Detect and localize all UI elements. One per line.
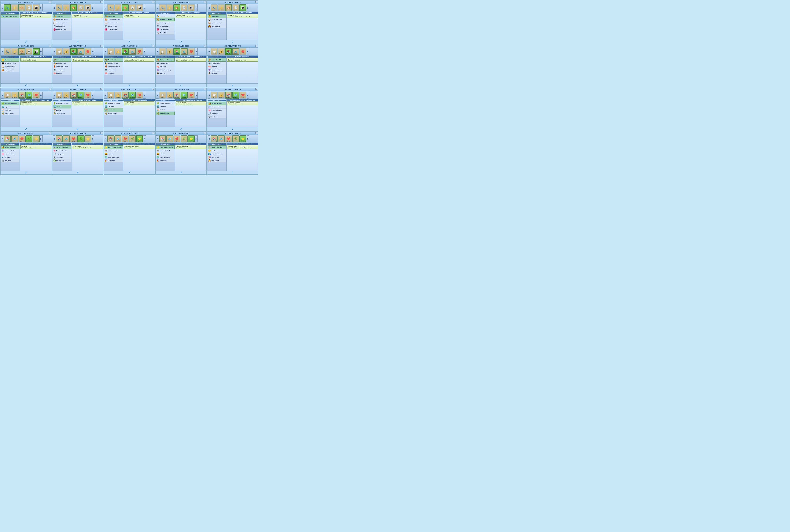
- aspiration-item[interactable]: 🌵StrangerVille Mystery: [53, 102, 71, 105]
- tab-knowledge[interactable]: 📚Knowledge: [173, 48, 180, 55]
- tab-creativity[interactable]: 🎨Creativity: [122, 4, 129, 11]
- aspiration-item[interactable]: 🏙️City Native: [156, 105, 174, 108]
- close-button[interactable]: ×: [256, 132, 258, 134]
- panel-check-mark[interactable]: ✓: [52, 127, 103, 131]
- nav-right-arrow[interactable]: ▶: [40, 92, 43, 99]
- aspiration-item[interactable]: 🌴Jungle Explorer: [156, 112, 174, 115]
- nav-left-arrow[interactable]: ◀: [104, 92, 107, 99]
- aspiration-item[interactable]: 🎉Party Animal: [156, 159, 174, 162]
- tab-love[interactable]: ❤️Love: [239, 92, 246, 99]
- nav-left-arrow[interactable]: ◀: [156, 92, 159, 99]
- nav-left-arrow[interactable]: ◀: [208, 4, 210, 11]
- aspiration-item[interactable]: 🌴Jungle Explorer: [104, 112, 123, 115]
- tab-location[interactable]: 🗺️Location: [181, 48, 188, 55]
- aspiration-item[interactable]: 🎨Painter Extraordinaire: [53, 18, 71, 21]
- aspiration-item[interactable]: ⭐World-Famous Celebrity: [104, 146, 123, 149]
- aspiration-item[interactable]: 💻Computer Whiz: [104, 69, 123, 72]
- panel-check-mark[interactable]: ✓: [52, 83, 103, 87]
- nav-right-arrow[interactable]: ▶: [143, 135, 146, 142]
- aspiration-item[interactable]: 🧠Nerd Brain: [104, 72, 123, 75]
- aspiration-item[interactable]: 🏙️City Native: [53, 105, 71, 109]
- aspiration-item[interactable]: 🏕️Outdoor Enthusiast: [208, 102, 226, 105]
- tab-location[interactable]: 🗺️Location: [11, 135, 18, 142]
- tab-fortune[interactable]: 💰Fortune: [166, 92, 173, 99]
- tab-deviance[interactable]: 💀Deviance: [25, 4, 33, 11]
- aspiration-item[interactable]: 💻Computer Whiz: [53, 69, 71, 72]
- close-button[interactable]: ×: [256, 1, 258, 3]
- aspiration-item[interactable]: 🌸Freelance Botanist: [53, 149, 71, 152]
- tab-fortune[interactable]: 💰Fortune: [218, 48, 225, 55]
- aspiration-item[interactable]: 🎣Angling Ace: [1, 156, 19, 159]
- panel-check-mark[interactable]: ✓: [1, 171, 52, 174]
- panel-check-mark[interactable]: ✓: [156, 171, 207, 174]
- tab-location[interactable]: 🗺️Location: [218, 135, 225, 142]
- tab-deviance[interactable]: 💀Deviance: [129, 4, 136, 11]
- tab-location[interactable]: 🗺️Location: [77, 48, 84, 55]
- nav-right-arrow[interactable]: ▶: [195, 48, 198, 55]
- tab-location[interactable]: 🗺️Location: [63, 135, 70, 142]
- tab-nature[interactable]: 🌿Nature: [181, 135, 188, 142]
- panel-check-mark[interactable]: ✓: [104, 83, 155, 87]
- panel-check-mark[interactable]: ✓: [156, 40, 207, 43]
- tab-love[interactable]: ❤️Love: [188, 92, 195, 99]
- aspiration-item[interactable]: 🧶Lord of the Knits: [104, 28, 123, 31]
- aspiration-item[interactable]: 🏖️Beach Life: [156, 108, 174, 111]
- tab-knowledge[interactable]: 📚Knowledge: [159, 135, 166, 142]
- tab-location[interactable]: 🗺️Location: [77, 92, 84, 99]
- tab-love[interactable]: ❤️Love: [33, 92, 40, 99]
- tab-location[interactable]: 🗺️Location: [129, 48, 136, 55]
- tab-popularity[interactable]: ⭐Popularity: [239, 135, 246, 142]
- aspiration-item[interactable]: 🏛️The Curator: [208, 115, 226, 118]
- close-button[interactable]: ×: [100, 1, 103, 3]
- aspiration-item[interactable]: 🦇Master Vampire: [53, 58, 71, 62]
- aspiration-item[interactable]: 🎣Angling Ace: [53, 152, 71, 155]
- tab-popularity[interactable]: ⭐Popularity: [136, 135, 143, 142]
- tab-nature[interactable]: 🌿Nature: [232, 135, 239, 142]
- nav-left-arrow[interactable]: ◀: [156, 48, 159, 55]
- aspiration-item[interactable]: 🌍Friend of the World: [104, 156, 123, 159]
- tab-food[interactable]: 🍽️Food: [107, 48, 114, 55]
- nav-left-arrow[interactable]: ◀: [208, 92, 210, 99]
- tab-fortune[interactable]: 💰Fortune: [218, 92, 225, 99]
- aspiration-item[interactable]: ⚗️Purveyor of Potions: [1, 149, 19, 152]
- aspiration-item[interactable]: 🧠Nerd Brain: [156, 65, 174, 68]
- nav-left-arrow[interactable]: ◀: [104, 4, 107, 11]
- tab-love[interactable]: ❤️Love: [188, 48, 195, 55]
- nav-left-arrow[interactable]: ◀: [1, 92, 4, 99]
- aspiration-item[interactable]: 🦇Master Vampire: [104, 58, 123, 62]
- tab-knowledge[interactable]: 📚Knowledge: [56, 135, 63, 142]
- tab-family[interactable]: 👨‍👩‍👧Family: [136, 4, 143, 11]
- tab-animal[interactable]: 🐾Animal: [210, 4, 218, 11]
- tab-knowledge[interactable]: 📚Knowledge: [70, 92, 77, 99]
- tab-deviance[interactable]: 💀Deviance: [181, 4, 188, 11]
- tab-family[interactable]: 👨‍👩‍👧Family: [85, 4, 91, 11]
- tab-athletic[interactable]: ⚡Athletic: [166, 4, 173, 11]
- close-button[interactable]: ×: [100, 44, 103, 47]
- close-button[interactable]: ×: [204, 1, 206, 3]
- tab-location[interactable]: 🗺️Location: [181, 92, 188, 99]
- nav-left-arrow[interactable]: ◀: [1, 135, 4, 142]
- nav-right-arrow[interactable]: ▶: [246, 135, 249, 142]
- tab-family[interactable]: 👨‍👩‍👧Family: [33, 48, 40, 55]
- panel-check-mark[interactable]: ✓: [1, 127, 52, 131]
- aspiration-item[interactable]: ⭐World-Famous Celebrity: [156, 146, 174, 149]
- tab-deviance[interactable]: 💀Deviance: [232, 4, 239, 11]
- tab-animal[interactable]: 🐾Animal: [56, 4, 63, 11]
- aspiration-item[interactable]: 😄Joke Star: [104, 152, 123, 155]
- tab-popularity[interactable]: ⭐Popularity: [85, 135, 91, 142]
- tab-knowledge[interactable]: 📚Knowledge: [18, 92, 25, 99]
- tab-knowledge[interactable]: 📚Knowledge: [4, 135, 11, 142]
- aspiration-item[interactable]: 🏖️Beach Life: [53, 109, 71, 112]
- aspiration-item[interactable]: 🎭Renaissance Sim: [104, 62, 123, 65]
- aspiration-item[interactable]: 🌍Friend of the World: [156, 156, 174, 159]
- tab-animal[interactable]: 🐾Animal: [107, 4, 114, 11]
- aspiration-item[interactable]: 🏖️Beach Life: [104, 108, 123, 112]
- aspiration-item[interactable]: 🎓Academic: [208, 72, 226, 75]
- aspiration-item[interactable]: 🎣Angling Ace: [208, 112, 226, 115]
- tab-athletic[interactable]: ⚡Athletic: [63, 4, 70, 11]
- aspiration-item[interactable]: 🌵StrangerVille Mystery: [104, 102, 123, 105]
- aspiration-item[interactable]: 🎓Academic: [156, 72, 174, 75]
- aspiration-item[interactable]: 🎵Musical Genius: [104, 25, 123, 28]
- close-button[interactable]: ×: [152, 1, 154, 3]
- aspiration-item[interactable]: 😄Joke Star: [208, 149, 226, 152]
